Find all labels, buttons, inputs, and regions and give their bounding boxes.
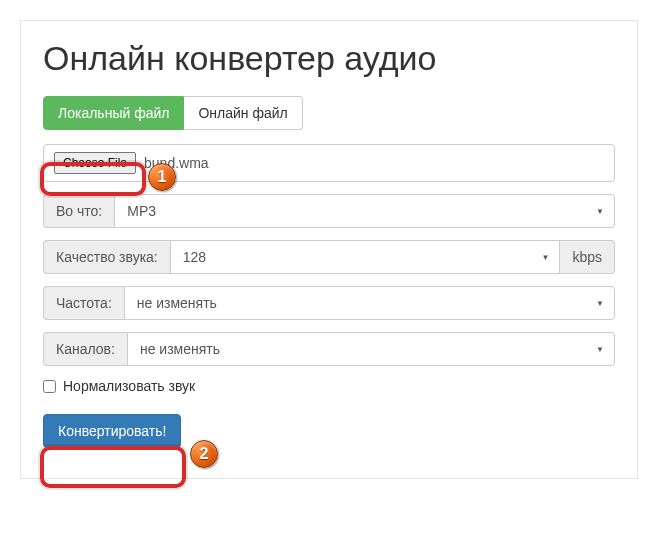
channels-select[interactable]: не изменять <box>127 332 615 366</box>
choose-file-button[interactable]: Choose File <box>54 152 136 174</box>
quality-label: Качество звука: <box>43 240 170 274</box>
frequency-select[interactable]: не изменять <box>124 286 615 320</box>
normalize-row: Нормализовать звук <box>43 378 615 394</box>
tab-online-file[interactable]: Онлайн файл <box>184 96 302 130</box>
file-input-row: Choose File bund.wma <box>43 144 615 182</box>
quality-value: 128 <box>183 249 206 265</box>
channels-row: Каналов: не изменять <box>43 332 615 366</box>
frequency-row: Частота: не изменять <box>43 286 615 320</box>
tab-local-file[interactable]: Локальный файл <box>43 96 184 130</box>
format-label: Во что: <box>43 194 114 228</box>
quality-unit: kbps <box>560 240 615 274</box>
quality-row: Качество звука: 128 kbps <box>43 240 615 274</box>
format-value: MP3 <box>127 203 156 219</box>
frequency-label: Частота: <box>43 286 124 320</box>
page-title: Онлайн конвертер аудио <box>43 39 615 78</box>
selected-file-name: bund.wma <box>144 155 209 171</box>
normalize-checkbox[interactable] <box>43 380 56 393</box>
normalize-label[interactable]: Нормализовать звук <box>63 378 195 394</box>
source-tabs: Локальный файл Онлайн файл <box>43 96 615 130</box>
format-row: Во что: MP3 <box>43 194 615 228</box>
main-panel: Онлайн конвертер аудио Локальный файл Он… <box>20 20 638 479</box>
format-select[interactable]: MP3 <box>114 194 615 228</box>
quality-select[interactable]: 128 <box>170 240 561 274</box>
channels-value: не изменять <box>140 341 220 357</box>
convert-button[interactable]: Конвертировать! <box>43 414 181 448</box>
frequency-value: не изменять <box>137 295 217 311</box>
channels-label: Каналов: <box>43 332 127 366</box>
